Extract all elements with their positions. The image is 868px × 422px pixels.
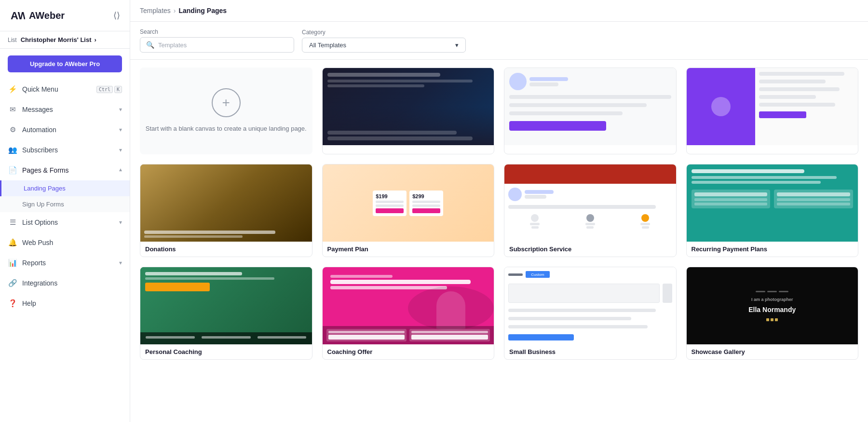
template-card-small-business[interactable]: Custom Small Business — [504, 267, 677, 360]
list-name-button[interactable]: Christopher Morris' List › — [21, 36, 96, 43]
chevron-down-icon: ▾ — [455, 41, 459, 49]
chevron-down-icon: ▾ — [119, 106, 122, 113]
subscription-thumbnail — [504, 164, 676, 242]
chevron-down-icon: ▾ — [119, 219, 122, 226]
template-card-product[interactable] — [686, 68, 859, 154]
category-group: Category All Templates ▾ — [302, 29, 466, 53]
nav-item-reports[interactable]: 📊 Reports ▾ — [0, 253, 130, 273]
list-name-text: Christopher Morris' List — [21, 36, 92, 43]
aweber-logo-icon: AW — [8, 7, 25, 24]
integrations-icon: 🔗 — [8, 278, 17, 288]
template-card-showcase[interactable]: I am a photographer Ella Normandy Showca… — [686, 267, 859, 360]
chevron-down-icon: ▾ — [119, 147, 122, 153]
nav-item-pages-forms[interactable]: 📄 Pages & Forms ▾ — [0, 160, 130, 180]
automation-icon: ⚙ — [8, 125, 17, 135]
breadcrumb-separator: › — [174, 7, 176, 14]
personal-coaching-thumbnail — [140, 267, 312, 344]
quick-menu-icon: ⚡ — [8, 84, 17, 94]
kbd-ctrl: Ctrl — [96, 86, 113, 93]
payment-thumbnail: $199 $299 — [323, 164, 494, 242]
reports-icon: 📊 — [8, 258, 17, 268]
web-push-icon: 🔔 — [8, 238, 17, 247]
nav-label-pages-forms: Pages & Forms — [22, 166, 68, 174]
nav-item-integrations[interactable]: 🔗 Integrations — [0, 273, 130, 293]
logo-area: AW AWeber — [8, 7, 65, 24]
pages-forms-icon: 📄 — [8, 165, 17, 175]
search-group: Search 🔍 — [140, 28, 294, 53]
template-card-blank[interactable]: + Start with a blank canvas to create a … — [140, 68, 312, 154]
upgrade-button[interactable]: Upgrade to AWeber Pro — [8, 55, 122, 72]
filter-row: Search 🔍 Category All Templates ▾ — [130, 22, 868, 60]
breadcrumb-current: Landing Pages — [178, 7, 227, 14]
template-card-donations[interactable]: Donations — [140, 164, 312, 257]
card-title-personal-coaching: Personal Coaching — [140, 344, 312, 359]
messages-icon: ✉ — [8, 105, 17, 114]
category-label: Category — [302, 29, 466, 36]
sub-nav-item-landing-pages[interactable]: Landing Pages — [0, 180, 130, 196]
nav-item-automation[interactable]: ⚙ Automation ▾ — [0, 120, 130, 140]
template-card-recurring[interactable]: Recurring Payment Plans — [686, 164, 859, 257]
card-title-recurring: Recurring Payment Plans — [687, 242, 858, 257]
nav-item-subscribers[interactable]: 👥 Subscribers ▾ — [0, 140, 130, 160]
help-icon: ❓ — [8, 299, 17, 308]
avatar-shape — [509, 73, 527, 90]
nav-item-messages[interactable]: ✉ Messages ▾ — [0, 99, 130, 120]
breadcrumb-parent[interactable]: Templates — [140, 7, 171, 14]
nav-label-integrations: Integrations — [22, 279, 57, 287]
chevron-up-icon: ▾ — [119, 167, 122, 174]
chevron-right-icon: › — [95, 36, 96, 43]
nav-item-list-options[interactable]: ☰ List Options ▾ — [0, 212, 130, 232]
template-card-online-course[interactable] — [322, 68, 495, 154]
sidebar: AW AWeber ⟨⟩ List Christopher Morris' Li… — [0, 0, 130, 422]
nav-label-help: Help — [22, 299, 36, 307]
search-icon: 🔍 — [146, 41, 154, 49]
card-title-coaching-offer: Coaching Offer — [323, 344, 494, 359]
templates-content: + Start with a blank canvas to create a … — [130, 60, 868, 422]
subscribers-icon: 👥 — [8, 145, 17, 155]
nav-label-web-push: Web Push — [22, 239, 53, 246]
main-header: Templates › Landing Pages — [130, 0, 868, 22]
template-card-personal-coaching[interactable]: Personal Coaching — [140, 267, 312, 360]
nav-label-subscribers: Subscribers — [22, 146, 58, 154]
sub-nav-item-sign-up-forms[interactable]: Sign Up Forms — [0, 196, 130, 212]
template-card-coaching-offer[interactable]: Coaching Offer — [322, 267, 495, 360]
template-card-contact[interactable] — [504, 68, 677, 154]
blank-template-text: Start with a blank canvas to create a un… — [146, 124, 307, 134]
nav-item-web-push[interactable]: 🔔 Web Push — [0, 232, 130, 253]
blank-template-plus-icon: + — [212, 88, 241, 117]
sidebar-header: AW AWeber ⟨⟩ — [0, 0, 130, 31]
collapse-sidebar-button[interactable]: ⟨⟩ — [111, 8, 122, 23]
product-thumbnail — [687, 68, 858, 145]
template-card-subscription[interactable]: Subscription Service — [504, 164, 677, 257]
sub-nav-pages-forms: Landing Pages Sign Up Forms — [0, 180, 130, 212]
search-input-wrapper: 🔍 — [140, 37, 294, 53]
recurring-thumbnail — [687, 164, 858, 242]
nav-item-help[interactable]: ❓ Help — [0, 293, 130, 313]
course-thumbnail — [323, 68, 494, 145]
showcase-thumbnail: I am a photographer Ella Normandy — [687, 267, 858, 344]
card-title-donations: Donations — [140, 242, 312, 257]
category-select[interactable]: All Templates ▾ — [302, 38, 466, 53]
list-options-icon: ☰ — [8, 218, 17, 227]
breadcrumb: Templates › Landing Pages — [140, 7, 227, 14]
search-input[interactable] — [158, 41, 288, 49]
template-card-payment-plan[interactable]: $199 $299 Payment Plan — [322, 164, 495, 257]
search-label: Search — [140, 28, 294, 35]
templates-row-3: Personal Coaching — [140, 267, 858, 360]
chevron-down-icon: ▾ — [119, 259, 122, 266]
nav-item-quick-menu[interactable]: ⚡ Quick Menu Ctrl K — [0, 79, 130, 99]
donations-thumbnail — [140, 164, 312, 242]
nav-label-automation: Automation — [22, 126, 56, 134]
templates-row-2: Donations $199 $299 — [140, 164, 858, 257]
card-title-small-business: Small Business — [504, 344, 676, 359]
nav-label-reports: Reports — [22, 259, 46, 267]
small-business-thumbnail: Custom — [504, 267, 676, 344]
product-left-panel — [687, 68, 755, 145]
contact-thumbnail — [504, 68, 676, 145]
list-selector: List Christopher Morris' List › — [0, 31, 130, 49]
chevron-down-icon: ▾ — [119, 126, 122, 133]
coaching-offer-thumbnail — [323, 267, 494, 344]
card-title-subscription: Subscription Service — [504, 242, 676, 257]
svg-text:AW: AW — [11, 10, 25, 22]
nav-label-list-options: List Options — [22, 218, 58, 226]
